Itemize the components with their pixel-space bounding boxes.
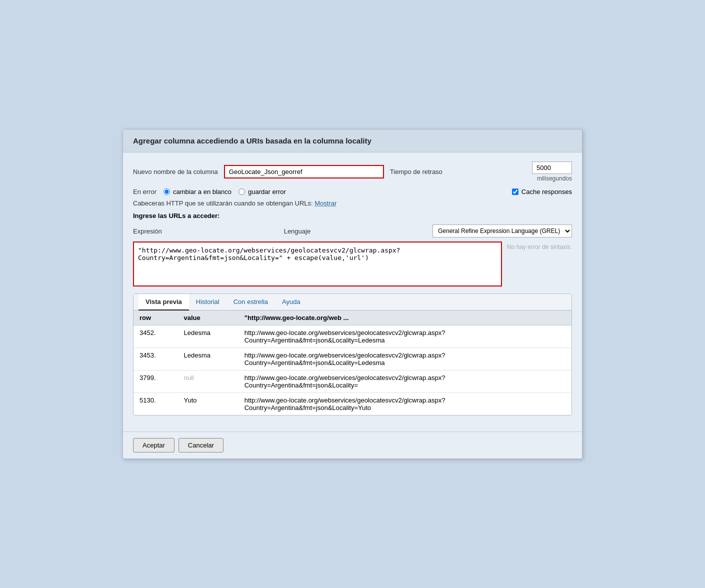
cell-value-3-null: null [178, 370, 238, 393]
column-name-label: Nuevo nombre de la columna [133, 168, 218, 176]
column-name-input[interactable] [224, 165, 384, 178]
radio-error-group[interactable]: guardar error [238, 188, 286, 196]
column-name-row: Nuevo nombre de la columna Tiempo de ret… [133, 162, 572, 182]
timeout-input[interactable] [532, 162, 572, 174]
tab-ayuda[interactable]: Ayuda [275, 294, 308, 310]
radio-error-label: guardar error [248, 188, 286, 196]
dialog-footer: Aceptar Cancelar [123, 432, 582, 458]
tab-con-estrella[interactable]: Con estrella [226, 294, 275, 310]
tab-content: row value "http://www.geo-locate.org/web… [134, 310, 572, 415]
error-label: En error [133, 188, 156, 196]
cell-url-2: http://www.geo-locate.org/webservices/ge… [238, 348, 572, 370]
http-label: Cabeceras HTTP que se utilizarán cuando … [133, 200, 313, 207]
preview-table: row value "http://www.geo-locate.org/web… [134, 310, 572, 415]
cell-url-1: http://www.geo-locate.org/webservices/ge… [238, 326, 572, 348]
urls-heading: Ingrese las URLs a acceder: [133, 212, 572, 220]
cell-value-4: Yuto [178, 393, 238, 416]
syntax-message: No hay error de sintaxis. [507, 242, 572, 286]
expression-textarea[interactable]: "http://www.geo-locate.org/webservices/g… [133, 242, 502, 286]
error-row: En error cambiar a en blanco guardar err… [133, 188, 572, 196]
expression-row: Expresión Lenguaje General Refine Expres… [133, 224, 572, 238]
cancel-button[interactable]: Cancelar [178, 438, 224, 452]
dialog-body: Nuevo nombre de la columna Tiempo de ret… [123, 152, 582, 432]
cell-url-3: http://www.geo-locate.org/webservices/ge… [238, 370, 572, 393]
expression-area-wrapper: "http://www.geo-locate.org/webservices/g… [133, 242, 572, 286]
table-row: 3799. null http://www.geo-locate.org/web… [134, 370, 572, 393]
timeout-group: milisegundos [532, 162, 572, 182]
cache-group[interactable]: Cache responses [512, 188, 572, 196]
col-header-value: value [178, 310, 238, 326]
table-row: 5130. Yuto http://www.geo-locate.org/web… [134, 393, 572, 416]
tab-historial[interactable]: Historial [189, 294, 226, 310]
accept-button[interactable]: Aceptar [133, 438, 174, 452]
radio-blank-group[interactable]: cambiar a en blanco [164, 188, 232, 196]
language-label: Lenguaje [284, 228, 311, 235]
cell-value-2: Ledesma [178, 348, 238, 370]
cell-row-4: 5130. [134, 393, 178, 416]
table-row: 3452. Ledesma http://www.geo-locate.org/… [134, 326, 572, 348]
cell-url-4: http://www.geo-locate.org/webservices/ge… [238, 393, 572, 416]
cell-row-2: 3453. [134, 348, 178, 370]
col-header-row: row [134, 310, 178, 326]
tab-vista-previa[interactable]: Vista previa [138, 294, 189, 310]
radio-error[interactable] [238, 188, 245, 195]
dialog: Agregar columna accediendo a URIs basada… [122, 129, 582, 459]
cache-checkbox[interactable] [512, 188, 518, 195]
dialog-title: Agregar columna accediendo a URIs basada… [123, 130, 582, 152]
radio-blank-label: cambiar a en blanco [173, 188, 232, 196]
col-header-url: "http://www.geo-locate.org/web ... [238, 310, 572, 326]
radio-blank[interactable] [164, 188, 170, 195]
timeout-unit: milisegundos [537, 175, 572, 182]
language-select[interactable]: General Refine Expression Language (GREL… [432, 224, 572, 238]
http-show-link[interactable]: Mostrar [314, 200, 336, 207]
cell-row-1: 3452. [134, 326, 178, 348]
expression-label: Expresión [133, 228, 162, 235]
cell-value-1: Ledesma [178, 326, 238, 348]
tabs-header: Vista previa Historial Con estrella Ayud… [134, 294, 572, 310]
cell-row-3: 3799. [134, 370, 178, 393]
http-row: Cabeceras HTTP que se utilizarán cuando … [133, 200, 572, 207]
timeout-label: Tiempo de retraso [390, 168, 442, 176]
tabs-container: Vista previa Historial Con estrella Ayud… [133, 294, 572, 416]
table-row: 3453. Ledesma http://www.geo-locate.org/… [134, 348, 572, 370]
cache-label: Cache responses [522, 188, 572, 196]
